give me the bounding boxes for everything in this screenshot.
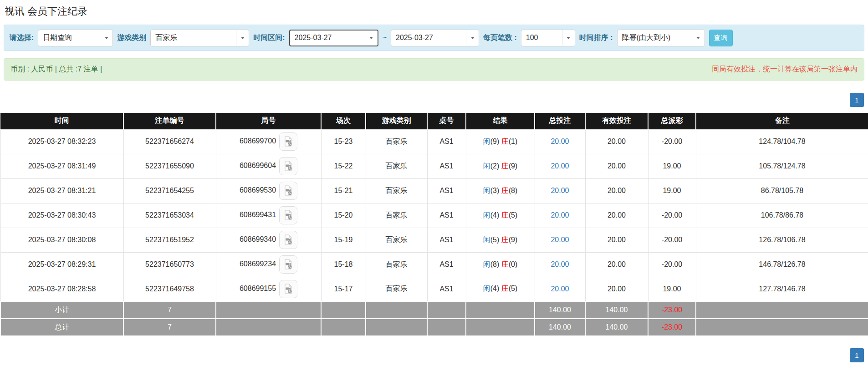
result-player: 闲 bbox=[483, 260, 490, 268]
table-row: 2025-03-27 08:28:58 522371649758 6086991… bbox=[0, 277, 868, 301]
cell-round-id: 608699530 bbox=[216, 178, 321, 203]
query-button[interactable]: 查询 bbox=[709, 30, 733, 46]
date-to-dropdown[interactable]: 2025-03-27 bbox=[391, 30, 479, 46]
table-row: 2025-03-27 08:30:43 522371653034 6086994… bbox=[0, 203, 868, 228]
page-size-label: 每页笔数 : bbox=[483, 33, 517, 43]
cell-table-number: AS1 bbox=[427, 203, 466, 228]
subtotal-empty bbox=[321, 301, 366, 319]
page-size-dropdown[interactable]: 100 bbox=[521, 30, 575, 46]
total-bet-link[interactable]: 20.00 bbox=[551, 187, 569, 194]
table-body: 2025-03-27 08:32:23 522371656274 6086997… bbox=[0, 129, 868, 301]
total-empty bbox=[466, 319, 535, 336]
time-range-label: 时间区间: bbox=[253, 33, 285, 43]
table-header-row: 时间注单编号局号场次游戏类别桌号结果总投注有效投注总派彩备注 bbox=[0, 113, 868, 129]
video-replay-button[interactable] bbox=[279, 157, 297, 175]
subtotal-empty bbox=[427, 301, 466, 319]
chevron-down-icon bbox=[236, 30, 249, 46]
cell-payout: 19.00 bbox=[648, 154, 696, 178]
cell-bet-id: 522371655090 bbox=[123, 154, 216, 178]
cell-total-bet: 20.00 bbox=[535, 203, 585, 228]
page-button-1[interactable]: 1 bbox=[850, 348, 864, 362]
total-bet-link[interactable]: 20.00 bbox=[551, 211, 569, 219]
cell-game-category: 百家乐 bbox=[366, 203, 427, 228]
select-type-value: 日期查询 bbox=[38, 30, 100, 46]
page-button-1[interactable]: 1 bbox=[850, 93, 864, 107]
cell-table-number: AS1 bbox=[427, 228, 466, 252]
subtotal-count: 7 bbox=[123, 301, 216, 319]
table-row: 2025-03-27 08:31:21 522371654255 6086995… bbox=[0, 178, 868, 203]
game-category-dropdown[interactable]: 百家乐 bbox=[150, 30, 249, 46]
cell-round-id: 608699155 bbox=[216, 277, 321, 301]
round-id-text: 608699340 bbox=[240, 235, 276, 243]
cell-payout: 19.00 bbox=[648, 178, 696, 203]
cell-valid-bet: 20.00 bbox=[585, 228, 648, 252]
cell-time: 2025-03-27 08:30:43 bbox=[0, 203, 123, 228]
result-banker-score: (5) bbox=[509, 285, 518, 292]
cell-result: 闲(3) 庄(8) bbox=[466, 178, 535, 203]
cell-remark: 86.78/105.78 bbox=[696, 178, 868, 203]
cell-remark: 126.78/106.78 bbox=[696, 228, 868, 252]
summary-bar: 币别 : 人民币 | 总共 :7 注单 | 同局有效投注，统一计算在该局第一张注… bbox=[4, 58, 864, 81]
cell-game-category: 百家乐 bbox=[366, 252, 427, 277]
total-count: 7 bbox=[123, 319, 216, 336]
column-header: 备注 bbox=[696, 113, 868, 129]
subtotal-row: 小计 7 140.00 140.00 -23.00 bbox=[0, 301, 868, 319]
cell-valid-bet: 20.00 bbox=[585, 277, 648, 301]
chevron-down-icon bbox=[692, 30, 705, 46]
game-category-value: 百家乐 bbox=[151, 30, 236, 46]
result-player-score: (4) bbox=[490, 285, 500, 292]
total-bet-link[interactable]: 20.00 bbox=[551, 162, 569, 170]
total-bet-link[interactable]: 20.00 bbox=[551, 260, 569, 268]
subtotal-valid-bet: 140.00 bbox=[585, 301, 648, 319]
chevron-down-icon bbox=[365, 30, 378, 46]
select-type-dropdown[interactable]: 日期查询 bbox=[38, 30, 113, 46]
cell-total-bet: 20.00 bbox=[535, 129, 585, 154]
time-sort-dropdown[interactable]: 降幂(由大到小) bbox=[617, 30, 705, 46]
cell-remark: 124.78/104.78 bbox=[696, 129, 868, 154]
cell-time: 2025-03-27 08:31:49 bbox=[0, 154, 123, 178]
result-player: 闲 bbox=[483, 162, 490, 170]
result-banker: 庄 bbox=[501, 236, 509, 244]
date-from-dropdown[interactable]: 2025-03-27 bbox=[289, 30, 378, 46]
result-player: 闲 bbox=[483, 211, 490, 219]
result-banker-score: (1) bbox=[509, 137, 518, 145]
cell-total-bet: 20.00 bbox=[535, 154, 585, 178]
cell-valid-bet: 20.00 bbox=[585, 203, 648, 228]
total-empty bbox=[366, 319, 427, 336]
cell-remark: 127.78/146.78 bbox=[696, 277, 868, 301]
result-banker: 庄 bbox=[501, 162, 509, 170]
total-empty bbox=[696, 319, 868, 336]
cell-table-number: AS1 bbox=[427, 252, 466, 277]
video-replay-button[interactable] bbox=[279, 231, 297, 249]
cell-remark: 146.78/126.78 bbox=[696, 252, 868, 277]
video-replay-button[interactable] bbox=[279, 132, 297, 151]
cell-remark: 105.78/124.78 bbox=[696, 154, 868, 178]
video-file-icon bbox=[283, 136, 294, 147]
cell-valid-bet: 20.00 bbox=[585, 154, 648, 178]
cell-time: 2025-03-27 08:32:23 bbox=[0, 129, 123, 154]
total-payout: -23.00 bbox=[648, 319, 696, 336]
page-size-value: 100 bbox=[521, 30, 562, 46]
subtotal-empty bbox=[466, 301, 535, 319]
result-banker: 庄 bbox=[501, 211, 509, 219]
cell-payout: -20.00 bbox=[648, 228, 696, 252]
cell-remark: 106.78/86.78 bbox=[696, 203, 868, 228]
total-bet-link[interactable]: 20.00 bbox=[551, 137, 569, 145]
total-bet-link[interactable]: 20.00 bbox=[551, 285, 569, 293]
cell-bet-id: 522371654255 bbox=[123, 178, 216, 203]
chevron-down-icon bbox=[562, 30, 575, 46]
video-replay-button[interactable] bbox=[279, 206, 297, 224]
cell-bet-id: 522371656274 bbox=[123, 129, 216, 154]
column-header: 有效投注 bbox=[585, 113, 648, 129]
cell-bet-id: 522371651952 bbox=[123, 228, 216, 252]
subtotal-payout: -23.00 bbox=[648, 301, 696, 319]
cell-total-bet: 20.00 bbox=[535, 228, 585, 252]
total-bet-link[interactable]: 20.00 bbox=[551, 236, 569, 244]
cell-result: 闲(8) 庄(0) bbox=[466, 252, 535, 277]
cell-table-number: AS1 bbox=[427, 129, 466, 154]
result-player: 闲 bbox=[483, 137, 490, 145]
cell-session: 15-21 bbox=[321, 178, 366, 203]
video-replay-button[interactable] bbox=[279, 280, 297, 298]
video-replay-button[interactable] bbox=[279, 255, 297, 274]
video-replay-button[interactable] bbox=[279, 182, 297, 200]
